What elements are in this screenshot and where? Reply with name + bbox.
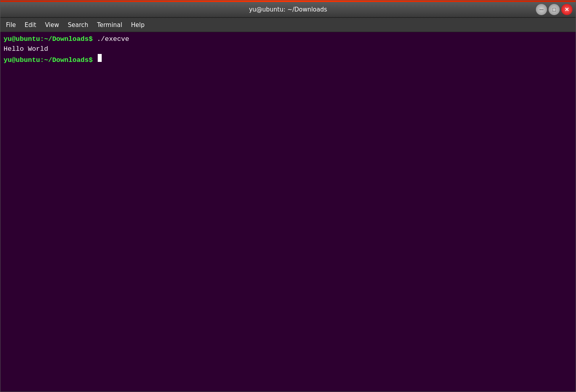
terminal-line-2: Hello World bbox=[4, 44, 572, 54]
menubar: File Edit View Search Terminal Help bbox=[0, 18, 576, 32]
window-title: yu@ubuntu: ~/Downloads bbox=[249, 6, 327, 13]
menu-view[interactable]: View bbox=[41, 20, 63, 30]
menu-file[interactable]: File bbox=[2, 20, 20, 30]
window-controls: ─ □ ✕ bbox=[536, 4, 572, 15]
command-space bbox=[93, 56, 97, 65]
terminal-window: yu@ubuntu: ~/Downloads ─ □ ✕ File Edit V… bbox=[0, 0, 576, 392]
titlebar: yu@ubuntu: ~/Downloads ─ □ ✕ bbox=[0, 2, 576, 18]
prompt-2: yu@ubuntu:~/Downloads$ bbox=[4, 56, 93, 65]
close-button[interactable]: ✕ bbox=[561, 4, 572, 15]
maximize-button[interactable]: □ bbox=[549, 4, 560, 15]
menu-help[interactable]: Help bbox=[127, 20, 149, 30]
cursor bbox=[98, 54, 102, 62]
terminal-line-3: yu@ubuntu:~/Downloads$ bbox=[4, 54, 572, 65]
prompt-1: yu@ubuntu:~/Downloads$ bbox=[4, 35, 93, 44]
menu-edit[interactable]: Edit bbox=[21, 20, 40, 30]
output-1: Hello World bbox=[4, 44, 48, 54]
menu-terminal[interactable]: Terminal bbox=[93, 20, 126, 30]
terminal-body[interactable]: yu@ubuntu:~/Downloads$ ./execve Hello Wo… bbox=[0, 32, 576, 392]
command-1: ./execve bbox=[93, 35, 129, 44]
menu-search[interactable]: Search bbox=[64, 20, 93, 30]
minimize-button[interactable]: ─ bbox=[536, 4, 547, 15]
terminal-line-1: yu@ubuntu:~/Downloads$ ./execve bbox=[4, 35, 572, 44]
